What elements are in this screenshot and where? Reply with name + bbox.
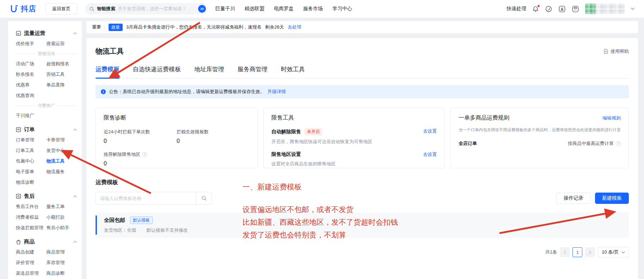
chevron-up-icon xyxy=(73,128,77,131)
sidebar-item[interactable]: 营销工具 xyxy=(47,69,77,80)
quick-handle-link[interactable]: 快速处理 xyxy=(507,6,526,12)
download-center-icon[interactable] xyxy=(558,5,566,13)
help-link[interactable]: 使用帮助 xyxy=(603,48,629,55)
workbench-icon[interactable] xyxy=(572,5,579,13)
question-icon[interactable]: ? xyxy=(142,152,147,157)
sidebar-item[interactable]: 卡券管理 xyxy=(47,135,77,145)
card-sale-restriction-diagnosis: 限售诊断 近24小时拦截下单次数 0 拦截生效模板数 0 推荐解除限售地区? 0 xyxy=(96,108,258,168)
sidebar-item[interactable]: 服务工单 xyxy=(47,201,77,212)
main-content: 重要 政策 3月商品卡免佣金进行中，您仍未报名，无法获得减免福利，速报名 剩余2… xyxy=(86,21,638,279)
announcement-bar: 公告：系统已自动升级到最新的地址信息，请编辑更新运费模板并保存生效。 升级详情 xyxy=(96,85,629,98)
sidebar-item[interactable]: 商品管理 xyxy=(47,247,77,257)
chevron-down-icon[interactable] xyxy=(631,7,635,10)
sidebar-item[interactable]: 优惠券 xyxy=(16,80,47,90)
aftersales-icon xyxy=(16,194,21,199)
chevron-up-icon xyxy=(73,241,77,243)
notifications-bell-icon[interactable] xyxy=(532,6,539,12)
document-icon xyxy=(603,49,608,54)
page-size-select[interactable]: 10 条/页 xyxy=(598,247,629,257)
section-title: 流量运营 xyxy=(24,30,45,37)
go-setting-link[interactable]: 去设置 xyxy=(423,151,437,158)
card-title: 限售诊断 xyxy=(104,114,250,122)
card-title: 一单多商品运费规则 xyxy=(459,114,509,122)
tab-custom-express-template[interactable]: 自选快递运费模板 xyxy=(133,65,181,78)
notice-action-link[interactable]: 去处理 xyxy=(288,24,301,30)
shop-order-rule-row: 全店订单 按商品中最高运费计算? xyxy=(459,140,621,147)
create-template-button[interactable]: 新建模板 xyxy=(595,193,629,204)
card-sale-restriction-tools: 限售工具 自动解除限售未开启 开启后，限售地区快递可达后自动恢复为可售地区 去设… xyxy=(263,108,445,168)
sidebar-item[interactable]: 小额打款 xyxy=(47,212,77,223)
sidebar-item[interactable]: 物流诊断 xyxy=(16,177,47,188)
question-icon[interactable]: ? xyxy=(616,141,621,146)
nav-xuexizhongxin[interactable]: 学习中心 xyxy=(332,6,352,12)
sidebar-item[interactable]: 秒杀报名 xyxy=(16,69,47,80)
sidebar-item[interactable]: 优惠查询 xyxy=(16,90,47,101)
sidebar-item[interactable]: 搜索运营 xyxy=(47,38,77,49)
sidebar-section-traffic[interactable]: 流量运营 xyxy=(16,30,77,37)
sidebar-item[interactable]: 发货中心 xyxy=(47,145,77,156)
nav-fuwushichang[interactable]: 服务市场 xyxy=(303,6,323,12)
products-icon xyxy=(16,239,21,244)
tab-timeliness-tools[interactable]: 时效工具 xyxy=(281,65,305,78)
tab-address-library[interactable]: 地址库管理 xyxy=(194,65,224,78)
sidebar-item[interactable]: 订单管理 xyxy=(16,135,47,145)
stat-intercepted-orders: 近24小时拦截下单次数 0 xyxy=(104,129,177,144)
pagination-next-button[interactable] xyxy=(585,247,595,257)
sidebar-item[interactable]: 售后小助手 xyxy=(47,223,77,233)
sidebar-section-products[interactable]: 商品 xyxy=(16,238,77,245)
default-template-badge: 默认模板 xyxy=(130,217,153,224)
sidebar-item[interactable]: 千川推广 xyxy=(16,110,47,121)
edit-rules-link[interactable]: 编辑规则 xyxy=(602,115,621,121)
nav-jingxuanlianmeng[interactable]: 精选联盟 xyxy=(245,6,264,12)
nav-juliangqianchuan[interactable]: 巨量千川 xyxy=(215,6,235,12)
sidebar-section-orders[interactable]: 订单 xyxy=(16,126,77,133)
sidebar-item[interactable]: 优价推手 xyxy=(16,38,47,49)
template-name: 全国包邮 xyxy=(104,217,125,224)
account-avatar[interactable] xyxy=(585,4,625,14)
pagination-page-1[interactable]: 1 xyxy=(572,247,582,257)
stat-active-templates: 拦截生效模板数 0 xyxy=(177,129,250,144)
orders-icon xyxy=(16,127,21,132)
sidebar-item[interactable]: 商品创建 xyxy=(16,247,47,257)
chevron-up-icon xyxy=(73,32,77,35)
sidebar-item-logistics-tools[interactable]: 物流工具 xyxy=(47,156,77,166)
nav-dianshangluopan[interactable]: 电商罗盘 xyxy=(274,6,294,12)
sidebar-item[interactable]: 售后工作台 xyxy=(16,201,47,212)
doudian-logo[interactable]: 抖店 xyxy=(9,4,36,14)
sidebar-item[interactable]: 库存管理 xyxy=(47,257,77,268)
smart-search-input[interactable]: 智能搜索 关于发货违规，这些一定要知道！ AI xyxy=(85,3,208,14)
section-title: 订单 xyxy=(24,126,35,133)
ai-assistant-icon[interactable]: AI xyxy=(198,5,206,13)
operation-history-button[interactable]: 操作记录 xyxy=(556,193,591,204)
chevron-up-icon xyxy=(73,195,77,198)
search-icon xyxy=(89,6,94,12)
sidebar-item[interactable]: 商品诊断 xyxy=(47,268,77,279)
sidebar-item[interactable]: 物流服务 xyxy=(47,166,77,177)
sidebar-item[interactable]: 电子面单 xyxy=(16,166,47,177)
doudian-logo-icon xyxy=(9,4,18,13)
sidebar-item[interactable]: 评价管理 xyxy=(16,257,47,268)
go-setting-link[interactable]: 去设置 xyxy=(423,128,437,134)
sidebar-item[interactable]: 活动广场 xyxy=(16,59,47,69)
template-search-button[interactable] xyxy=(196,192,211,204)
sidebar-item[interactable]: 包裹中心 xyxy=(16,156,47,166)
sidebar-item[interactable]: 快递拦截管理 xyxy=(16,223,47,233)
topbar: 抖店 返回首页 智能搜索 关于发货违规，这些一定要知道！ AI 巨量千川 精选联… xyxy=(0,0,644,18)
sidebar-item[interactable]: 订单工具 xyxy=(16,145,47,156)
tab-provider-management[interactable]: 服务商管理 xyxy=(238,65,268,78)
sidebar-item[interactable]: 单品直降 xyxy=(47,80,77,90)
sidebar-item[interactable]: 超值购报名 xyxy=(47,59,77,69)
stat-recommended-unrestrict: 推荐解除限售地区? 0 xyxy=(104,151,177,167)
notice-policy-badge[interactable]: 政策 xyxy=(109,24,123,31)
tab-freight-template[interactable]: 运费模板 xyxy=(96,65,119,78)
service-center-icon[interactable] xyxy=(545,5,552,13)
sidebar-item[interactable]: 消费者权益 xyxy=(16,212,47,223)
announcement-link[interactable]: 升级详情 xyxy=(268,89,286,95)
sidebar-section-aftersales[interactable]: 售后 xyxy=(16,193,77,200)
template-search-input[interactable] xyxy=(96,192,196,204)
back-home-button[interactable]: 返回首页 xyxy=(45,3,77,14)
pagination-prev-button[interactable] xyxy=(560,247,570,257)
template-list-item[interactable]: 全国包邮 默认模板 发货地区：全国 默认模板不支持修改 xyxy=(96,212,629,238)
sidebar-item[interactable]: 渠道品管理 xyxy=(16,268,47,279)
logo-text: 抖店 xyxy=(21,4,36,14)
